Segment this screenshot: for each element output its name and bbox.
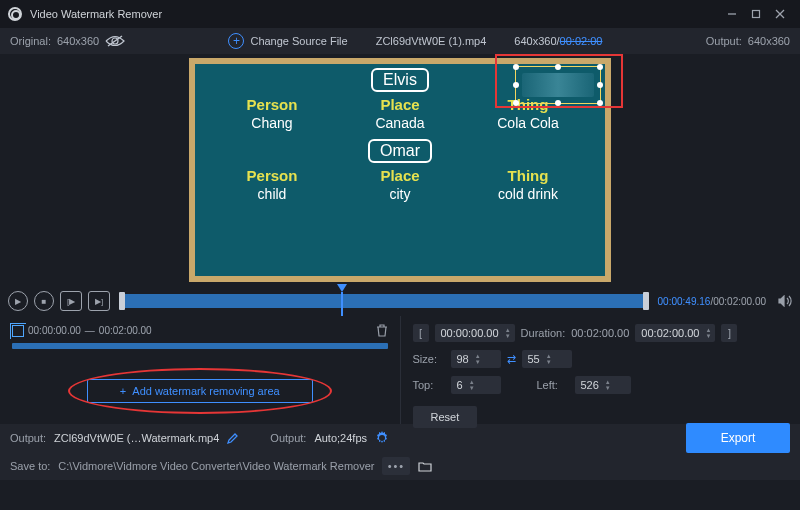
- height-input[interactable]: 55▲▼: [522, 350, 572, 368]
- resize-handle[interactable]: [597, 100, 603, 106]
- plus-circle-icon: +: [228, 33, 244, 49]
- size-label: Size:: [413, 353, 445, 365]
- play-button[interactable]: ▶: [8, 291, 28, 311]
- title-bar: Video Watermark Remover: [0, 0, 800, 28]
- close-button[interactable]: [768, 4, 792, 24]
- output-dim: 640x360: [748, 35, 790, 47]
- reset-button[interactable]: Reset: [413, 406, 478, 428]
- save-path: C:\Vidmore\Vidmore Video Converter\Video…: [58, 460, 374, 472]
- source-filename: ZCl69dVtW0E (1).mp4: [376, 35, 487, 47]
- left-input[interactable]: 526▲▼: [575, 376, 631, 394]
- top-input[interactable]: 6▲▼: [451, 376, 501, 394]
- minimize-button[interactable]: [720, 4, 744, 24]
- source-dimensions: 640x360/00:02:00: [514, 35, 602, 47]
- export-button[interactable]: Export: [686, 423, 790, 453]
- top-label: Top:: [413, 379, 445, 391]
- delete-area-button[interactable]: [376, 324, 388, 337]
- output-file-label: Output:: [10, 432, 46, 444]
- controls-panel: [ 00:00:00.00▲▼ Duration:00:02:00.00 00:…: [401, 316, 801, 424]
- volume-icon[interactable]: [778, 295, 792, 307]
- visibility-toggle-icon[interactable]: [105, 34, 125, 48]
- save-bar: Save to: C:\Vidmore\Vidmore Video Conver…: [0, 452, 800, 480]
- slide-name-2: Omar: [368, 139, 432, 163]
- open-folder-icon[interactable]: [418, 461, 432, 472]
- stop-button[interactable]: ■: [34, 291, 54, 311]
- maximize-button[interactable]: [744, 4, 768, 24]
- output-format-label: Output:: [270, 432, 306, 444]
- original-dim: 640x360: [57, 35, 99, 47]
- save-to-label: Save to:: [10, 460, 50, 472]
- left-label: Left:: [537, 379, 569, 391]
- bracket-in-button[interactable]: [: [413, 324, 429, 342]
- step-fwd-button[interactable]: ▶]: [88, 291, 110, 311]
- resize-handle[interactable]: [597, 64, 603, 70]
- resize-handle[interactable]: [513, 64, 519, 70]
- resize-handle[interactable]: [597, 82, 603, 88]
- end-time-input[interactable]: 00:02:00.00▲▼: [635, 324, 715, 342]
- bracket-out-button[interactable]: ]: [721, 324, 737, 342]
- change-source-button[interactable]: + Change Source File: [228, 33, 347, 49]
- areas-panel: 00:00:00.00 — 00:02:00.00 + Add watermar…: [0, 316, 401, 424]
- change-source-label: Change Source File: [250, 35, 347, 47]
- range-start: 00:00:00.00: [28, 325, 81, 336]
- range-end: 00:02:00.00: [99, 325, 152, 336]
- edit-filename-icon[interactable]: [227, 433, 238, 444]
- browse-path-button[interactable]: •••: [382, 457, 410, 475]
- original-label: Original:: [10, 35, 51, 47]
- app-title: Video Watermark Remover: [30, 8, 162, 20]
- watermark-selection-box[interactable]: [515, 66, 601, 104]
- area-range-track[interactable]: [12, 343, 388, 349]
- timeline-track[interactable]: [122, 294, 646, 308]
- width-input[interactable]: 98▲▼: [451, 350, 501, 368]
- slide-name-1: Elvis: [371, 68, 429, 92]
- video-preview[interactable]: Elvis PersonChang PlaceCanada ThingCola …: [189, 58, 611, 282]
- svg-rect-1: [753, 11, 760, 18]
- output-bar: Output: ZCl69dVtW0E (…Watermark.mp4 Outp…: [0, 424, 800, 452]
- start-time-input[interactable]: 00:00:00.00▲▼: [435, 324, 515, 342]
- preview-stage: Elvis PersonChang PlaceCanada ThingCola …: [0, 54, 800, 286]
- plus-icon: +: [120, 385, 126, 397]
- resize-handle[interactable]: [555, 64, 561, 70]
- output-format-value: Auto;24fps: [314, 432, 367, 444]
- app-logo-icon: [8, 7, 22, 21]
- resize-handle[interactable]: [513, 82, 519, 88]
- playhead[interactable]: [337, 284, 347, 292]
- step-back-button[interactable]: [▶: [60, 291, 82, 311]
- add-area-label: Add watermark removing area: [132, 385, 279, 397]
- transport-bar: ▶ ■ [▶ ▶] 00:00:49.16/00:02:00.00: [0, 286, 800, 316]
- resize-handle[interactable]: [555, 100, 561, 106]
- time-display: 00:00:49.16/00:02:00.00: [658, 296, 766, 307]
- duration-label: Duration:: [521, 327, 566, 339]
- crop-icon: [12, 325, 24, 337]
- source-bar: Original: 640x360 + Change Source File Z…: [0, 28, 800, 54]
- duration-value: 00:02:00.00: [571, 327, 629, 339]
- add-watermark-area-button[interactable]: + Add watermark removing area: [87, 379, 313, 403]
- resize-handle[interactable]: [513, 100, 519, 106]
- output-file-name: ZCl69dVtW0E (…Watermark.mp4: [54, 432, 219, 444]
- blur-preview: [522, 73, 594, 97]
- output-label: Output:: [706, 35, 742, 47]
- output-settings-icon[interactable]: [375, 431, 389, 445]
- link-aspect-icon[interactable]: ⇄: [507, 353, 516, 366]
